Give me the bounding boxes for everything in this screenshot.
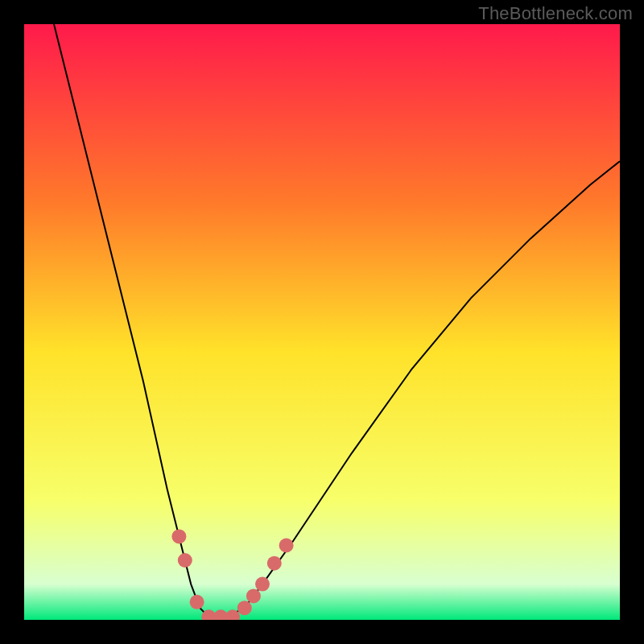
highlight-marker	[246, 588, 261, 603]
plot-area	[24, 24, 620, 620]
highlight-marker	[267, 556, 282, 571]
highlight-marker	[190, 595, 204, 609]
gradient-background	[24, 24, 620, 620]
highlight-marker	[279, 539, 294, 553]
highlight-marker	[237, 601, 252, 615]
chart-frame: TheBottleneck.com	[0, 0, 644, 644]
plot-svg	[24, 24, 620, 620]
highlight-marker	[178, 553, 192, 568]
watermark-text: TheBottleneck.com	[478, 3, 633, 24]
highlight-marker	[255, 577, 270, 592]
highlight-marker	[171, 529, 186, 543]
